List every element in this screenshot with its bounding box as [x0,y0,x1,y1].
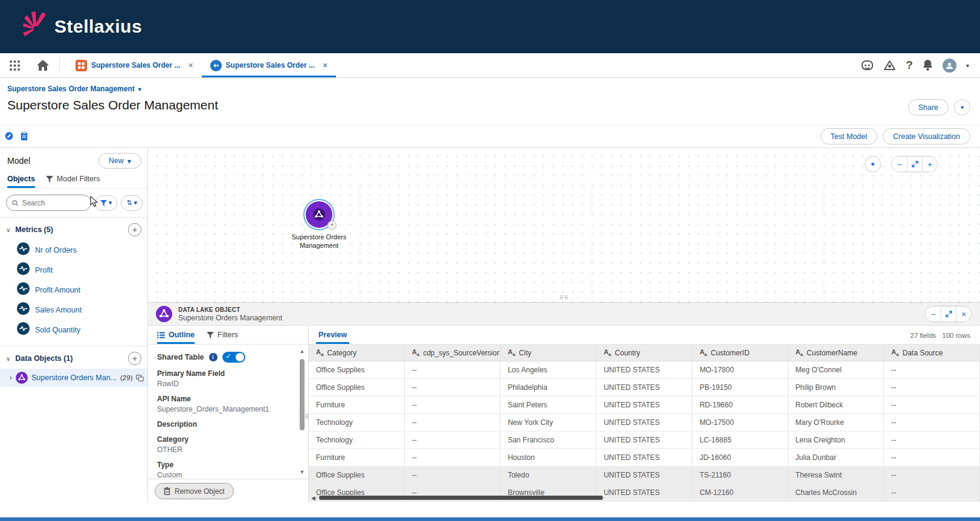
metric-item[interactable]: Profit [0,260,147,280]
horizontal-scrollbar[interactable]: ◀ [311,494,974,501]
expand-icon [912,161,918,167]
close-tab-icon[interactable]: × [188,60,193,70]
preview-header-row: AaCategoryAacdp_sys_SourceVersionAaCityA… [309,345,980,361]
column-header[interactable]: AaCustomerName [788,345,885,361]
column-header[interactable]: AaCity [500,345,596,361]
text-type-icon: Aa [412,348,419,357]
workspace-tab[interactable]: Superstore Sales Order ...× [202,53,337,77]
metric-item[interactable]: Sold Quantity [0,320,147,340]
test-model-button[interactable]: Test Model [820,128,877,144]
table-cell: -- [884,396,980,413]
remove-object-button[interactable]: Remove Object [155,483,234,499]
clipboard-icon[interactable] [21,132,28,141]
column-header-label: CustomerID [711,349,749,357]
einstein-bot-icon[interactable] [861,60,874,71]
help-icon[interactable]: ? [906,59,913,72]
zoom-controls: − + [891,156,938,172]
stellaxius-logo: Stellaxius [23,11,142,42]
outline-scrollbar[interactable]: ▲ ▼ [298,348,306,475]
funnel-icon [46,176,53,183]
table-row[interactable]: Office Supplies--ToledoUNITED STATESTS-2… [309,467,980,484]
tab-filters[interactable]: Filters [207,331,238,344]
add-data-object-button[interactable]: + [128,352,141,365]
fit-view-button[interactable] [907,157,922,172]
workspace-tab[interactable]: Superstore Sales Order ...× [67,53,202,77]
table-cell: -- [405,414,501,431]
close-tab-icon[interactable]: × [323,60,327,70]
shared-table-toggle[interactable]: ✓ [222,352,245,363]
tab-outline[interactable]: Outline [157,331,195,344]
field-label: API Name [157,395,292,403]
user-avatar[interactable] [943,59,956,73]
model-panel-tabs: Objects Model Filters [0,172,147,189]
metric-item[interactable]: Profit Amount [0,280,147,300]
scrollbar-thumb[interactable] [319,496,603,500]
notifications-bell-icon[interactable] [923,60,933,71]
table-row[interactable]: Technology--San FranciscoUNITED STATESLC… [309,432,980,449]
create-visualization-button[interactable]: Create Visualization [883,128,970,144]
column-header[interactable]: Aacdp_sys_SourceVersion [405,345,501,361]
text-type-icon: Aa [508,348,515,357]
outline-field: CategoryOTHER [157,435,292,454]
home-icon[interactable] [34,57,52,74]
avatar-chevron-icon[interactable]: ▾ [966,62,969,69]
sort-dropdown-button[interactable]: ⇅ ▾ [121,195,143,211]
metric-item[interactable]: Sales Amount [0,300,147,320]
field-value: Custom [157,471,292,479]
column-header[interactable]: AaCountry [596,345,692,361]
more-actions-button[interactable]: ▾ [954,99,970,115]
table-row[interactable]: Technology--New York CityUNITED STATESMO… [309,414,980,432]
tab-model-filters-label: Model Filters [57,175,100,183]
zoom-out-button[interactable]: − [892,157,907,172]
expand-panel-button[interactable] [941,306,956,322]
table-row[interactable]: Furniture--HoustonUNITED STATESJD-16060J… [309,449,980,467]
ai-assist-button[interactable]: ✦ [865,156,881,172]
collapse-chevron-icon[interactable]: ∨ [6,355,10,362]
scroll-left-icon[interactable]: ◀ [311,495,315,501]
close-panel-button[interactable]: × [956,306,971,322]
table-cell: UNITED STATES [596,449,692,466]
data-cloud-icon[interactable] [883,60,896,71]
breadcrumb[interactable]: Superstore Sales Order Management ▾ [7,85,141,93]
table-row[interactable]: Office Supplies--Los AngelesUNITED STATE… [309,361,980,379]
funnel-icon [207,332,214,338]
scroll-up-icon[interactable]: ▲ [298,348,306,354]
table-cell: -- [405,396,501,413]
table-cell: -- [405,432,501,448]
column-header[interactable]: AaCategory [309,345,405,361]
scrollbar-thumb[interactable] [300,359,305,430]
minus-icon: − [897,160,901,169]
zoom-in-button[interactable]: + [922,157,937,172]
outline-field: Description [157,420,292,429]
scrollbar-track[interactable] [318,495,974,500]
collapse-chevron-icon[interactable]: ∨ [6,227,10,233]
info-icon[interactable]: i [209,353,218,361]
table-row[interactable]: Furniture--Saint PetersUNITED STATESRD-1… [309,396,980,414]
app-launcher-icon[interactable] [6,57,23,74]
panel-resize-grip[interactable]: ⠿⠿ [559,295,569,301]
canvas-node-superstore-orders[interactable]: + Superstore Orders Management [289,201,349,250]
model-canvas[interactable]: ✦ − + + Superstore Orders Management ⠿⠿ [149,147,980,302]
column-header[interactable]: AaData Source [884,345,980,361]
tab-objects[interactable]: Objects [7,175,35,188]
scroll-down-icon[interactable]: ▼ [298,469,306,475]
expand-icon [946,311,952,317]
edit-icon[interactable] [5,132,13,141]
minimize-panel-button[interactable]: − [926,306,941,322]
add-metric-button[interactable]: + [128,223,141,236]
new-button[interactable]: New ▾ [98,153,141,169]
tab-preview[interactable]: Preview [318,331,347,344]
expand-chevron-icon[interactable]: › [10,374,12,382]
column-header-label: CustomerName [807,349,857,357]
data-lake-object-icon [156,306,172,322]
filter-dropdown-button[interactable]: ▾ [95,195,118,211]
table-cell: LC-16885 [692,432,788,448]
share-button[interactable]: Share [908,99,949,115]
metric-item[interactable]: Nr of Orders [0,240,147,260]
tab-model-filters[interactable]: Model Filters [46,175,100,188]
column-resize-grip[interactable]: ⠿ [305,413,309,420]
data-object-item[interactable]: ›Superstore Orders Man...(29) [0,369,147,387]
column-header[interactable]: AaCustomerID [692,345,788,361]
table-row[interactable]: Office Supplies--PhiladelphiaUNITED STAT… [309,379,980,396]
search-input[interactable] [22,199,85,207]
